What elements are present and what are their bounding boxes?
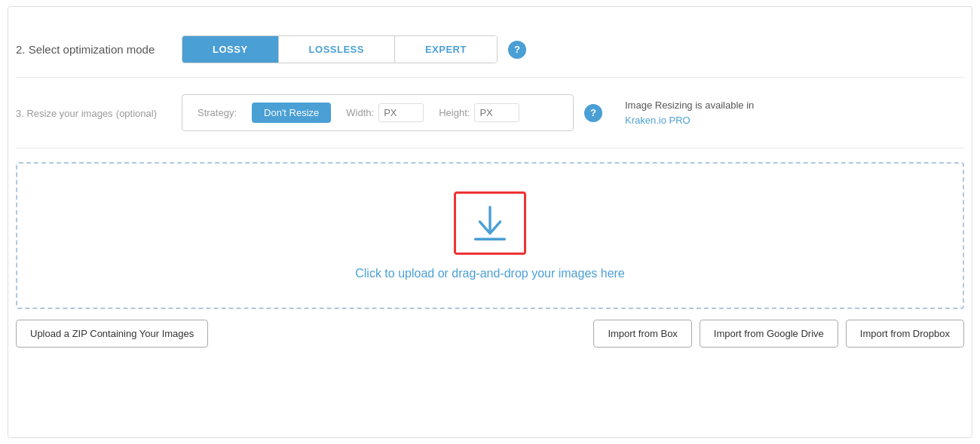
right-buttons: Import from Box Import from Google Drive… <box>593 320 964 348</box>
upload-area[interactable]: Click to upload or drag-and-drop your im… <box>16 162 964 309</box>
height-input[interactable] <box>474 103 519 122</box>
pro-info: Image Resizing is available in Kraken.io… <box>625 98 754 127</box>
optimization-help-icon[interactable]: ? <box>508 41 526 59</box>
tab-lossy[interactable]: LOSSY <box>182 36 279 63</box>
pro-link[interactable]: Kraken.io PRO <box>625 115 691 126</box>
width-label: Width: <box>346 107 374 118</box>
upload-icon-wrapper <box>454 191 526 255</box>
bottom-buttons: Upload a ZIP Containing Your Images Impo… <box>16 320 964 348</box>
resize-controls: Strategy: Don't Resize Width: Height: <box>182 94 574 131</box>
resize-section: 3. Resize your images (optional) Strateg… <box>16 78 964 149</box>
import-box-button[interactable]: Import from Box <box>593 320 691 348</box>
upload-icon <box>468 201 512 245</box>
tab-expert[interactable]: EXPERT <box>395 36 497 63</box>
resize-label: 3. Resize your images (optional) <box>16 106 182 119</box>
import-dropbox-button[interactable]: Import from Dropbox <box>846 320 964 348</box>
page-container: 2. Select optimization mode LOSSY LOSSLE… <box>8 6 972 438</box>
height-label: Height: <box>439 107 470 118</box>
pro-info-text: Image Resizing is available in <box>625 100 754 111</box>
width-input[interactable] <box>378 103 424 122</box>
width-field: Width: <box>346 103 424 122</box>
strategy-button[interactable]: Don't Resize <box>252 103 331 123</box>
import-gdrive-button[interactable]: Import from Google Drive <box>700 320 838 348</box>
upload-zip-button[interactable]: Upload a ZIP Containing Your Images <box>16 320 208 348</box>
height-field: Height: <box>439 103 519 122</box>
optimization-mode-label: 2. Select optimization mode <box>16 43 182 56</box>
mode-tabs: LOSSY LOSSLESS EXPERT <box>182 35 498 63</box>
upload-text: Click to upload or drag-and-drop your im… <box>355 267 625 280</box>
optimization-mode-section: 2. Select optimization mode LOSSY LOSSLE… <box>16 22 964 78</box>
strategy-label: Strategy: <box>198 107 237 118</box>
tab-lossless[interactable]: LOSSLESS <box>279 36 395 63</box>
resize-help-icon[interactable]: ? <box>584 104 602 122</box>
